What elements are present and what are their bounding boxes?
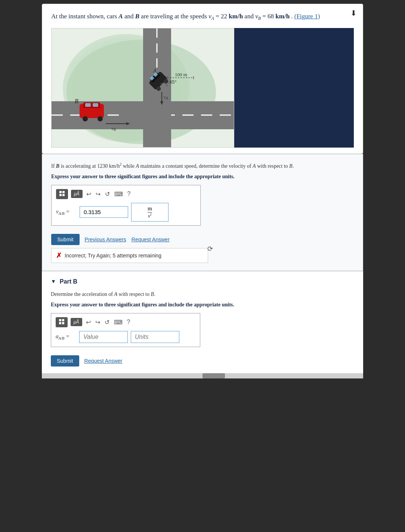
svg-text:B: B <box>75 98 78 104</box>
part-b-redo-button[interactable]: ↪ <box>95 318 101 327</box>
svg-point-12 <box>98 116 103 121</box>
part-a-submit-row: Submit Previous Answers Request Answer <box>51 234 354 245</box>
part-b-header: ▼ Part B <box>51 278 354 285</box>
part-b-matrix-button[interactable] <box>56 317 68 327</box>
part-b-toolbar: μÅ ↩ ↪ ↺ ⌨ ? <box>56 317 195 327</box>
redo-button[interactable]: ↪ <box>95 190 101 198</box>
speed-vB: vB <box>255 13 261 20</box>
part-b-request-answer-link[interactable]: Request Answer <box>84 358 123 364</box>
intersection-svg: B vB <box>52 28 234 148</box>
part-a-submit-button[interactable]: Submit <box>51 234 80 245</box>
svg-rect-33 <box>62 191 65 193</box>
part-b-submit-row: Submit Request Answer <box>51 355 354 366</box>
mu-button[interactable]: μÅ <box>71 190 83 198</box>
part-b-question: Determine the acceleration of A with res… <box>51 290 354 298</box>
horizontal-scrollbar-thumb[interactable] <box>202 373 225 378</box>
part-b-input-row: aA/B = <box>56 331 195 343</box>
svg-rect-34 <box>59 194 62 196</box>
part-b-undo-button[interactable]: ↩ <box>85 318 92 327</box>
request-answer-link[interactable]: Request Answer <box>132 236 170 242</box>
error-box: ✗ Incorrect; Try Again; 5 attempts remai… <box>51 248 208 263</box>
svg-rect-38 <box>59 322 61 324</box>
part-b-help-button[interactable]: ? <box>126 318 131 326</box>
error-icon: ✗ <box>56 251 62 260</box>
matrix-button[interactable] <box>56 189 68 199</box>
var-B: B <box>135 13 139 20</box>
part-b-answer-box: μÅ ↩ ↪ ↺ ⌨ ? aA/B = <box>51 313 200 347</box>
matrix-icon <box>59 191 65 198</box>
download-icon[interactable]: ⬇ <box>350 9 357 18</box>
error-refresh-icon[interactable]: ⟳ <box>207 245 213 253</box>
part-a-express-instruction: Express your answer to three significant… <box>51 174 354 180</box>
svg-rect-6 <box>143 101 171 129</box>
keyboard-button[interactable]: ⌨ <box>114 190 124 198</box>
intersection-background: B vB <box>52 28 234 147</box>
svg-rect-35 <box>62 194 65 196</box>
svg-text:45°: 45° <box>169 79 177 85</box>
svg-rect-39 <box>62 322 64 324</box>
part-b-section: ▼ Part B Determine the acceleration of A… <box>42 271 363 373</box>
units-numerator: m <box>148 205 152 212</box>
part-a-answer-box: μÅ ↩ ↪ ↺ ⌨ ? vA/B = m <box>51 185 201 226</box>
part-b-var-label: aA/B = <box>56 333 76 340</box>
problem-statement: At the instant shown, cars A and B are t… <box>51 12 354 22</box>
chevron-down-icon[interactable]: ▼ <box>51 279 56 285</box>
part-b-instruction: Express your answer to three significant… <box>51 302 354 308</box>
var-A: A <box>118 13 123 20</box>
svg-point-11 <box>83 116 88 121</box>
part-a-question: If B is accelerating at 1230 km/h2 while… <box>51 162 354 170</box>
problem-card: ⬇ At the instant shown, cars A and B are… <box>42 4 363 154</box>
undo-button[interactable]: ↩ <box>86 190 92 198</box>
part-a-input-row: vA/B = m s2 <box>56 203 196 222</box>
part-b-units-input[interactable] <box>131 331 179 343</box>
svg-rect-10 <box>93 103 98 107</box>
svg-rect-9 <box>85 103 91 107</box>
part-b-mu-button[interactable]: μÅ <box>71 318 82 326</box>
figure-link[interactable]: (Figure 1) <box>294 13 320 20</box>
units-denominator: s2 <box>148 213 152 219</box>
part-b-title: Part B <box>60 278 77 285</box>
figure-area: B vB <box>51 28 354 148</box>
svg-text:100 m: 100 m <box>175 72 187 77</box>
speed-vA: vA <box>208 13 214 20</box>
figure-image: B vB <box>51 28 234 148</box>
part-a-toolbar: μÅ ↩ ↪ ↺ ⌨ ? <box>56 189 196 199</box>
part-a-var-label: vA/B = <box>56 208 77 216</box>
part-a-units-fraction: m s2 <box>148 205 152 219</box>
svg-text:A: A <box>153 68 157 74</box>
part-b-matrix-icon <box>59 319 65 326</box>
part-b-submit-button[interactable]: Submit <box>51 355 79 366</box>
part-a-units-display: m s2 <box>131 203 169 222</box>
refresh-button[interactable]: ↺ <box>104 190 111 198</box>
horizontal-scrollbar[interactable] <box>42 373 363 378</box>
answer-section-part-a: If B is accelerating at 1230 km/h2 while… <box>42 154 363 271</box>
previous-answers-link[interactable]: Previous Answers <box>85 236 126 242</box>
svg-rect-32 <box>59 191 62 193</box>
part-a-value-input[interactable] <box>80 206 128 218</box>
part-b-refresh-button[interactable]: ↺ <box>104 318 110 327</box>
svg-rect-36 <box>59 319 61 321</box>
svg-rect-37 <box>62 319 64 321</box>
part-b-value-input[interactable] <box>79 331 128 343</box>
figure-panel-right <box>234 28 354 148</box>
part-b-keyboard-button[interactable]: ⌨ <box>113 318 123 327</box>
error-message: Incorrect; Try Again; 5 attempts remaini… <box>65 253 161 259</box>
help-button[interactable]: ? <box>127 190 132 198</box>
units-divider <box>148 212 152 213</box>
